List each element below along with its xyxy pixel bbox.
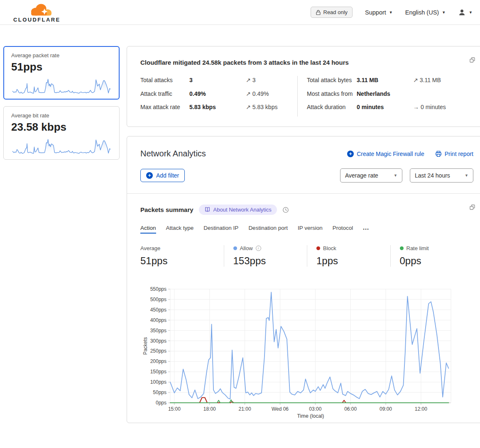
stat-attack-traffic: Attack traffic 0.49% ↗0.49% <box>140 90 297 99</box>
bit-rate-sparkline <box>11 137 112 155</box>
trend-up-icon: ↗ <box>246 104 251 110</box>
block-dot-icon <box>316 246 320 250</box>
stat-block: Block 1pps <box>307 245 390 267</box>
info-icon[interactable]: i <box>256 246 261 251</box>
chevron-down-icon: ▼ <box>469 10 473 15</box>
metric-label: Average bit rate <box>11 112 112 119</box>
svg-text:0pps: 0pps <box>156 400 167 406</box>
printer-icon <box>435 151 442 157</box>
top-nav: CLOUDFLARE Read only Support ▼ English (… <box>0 0 480 25</box>
tab-protocol[interactable]: Protocol <box>333 225 353 234</box>
network-analytics-card: Network Analytics + Create Magic Firewal… <box>127 136 480 423</box>
dimension-tabs: Action Attack type Destination IP Destin… <box>140 225 473 234</box>
svg-text:250pps: 250pps <box>150 348 167 354</box>
stat-total-attacks: Total attacks 3 ↗3 <box>140 76 297 85</box>
svg-text:450pps: 450pps <box>150 307 167 313</box>
add-filter-button[interactable]: + Add filter <box>140 169 185 182</box>
time-range-select[interactable]: Last 24 hours ▼ <box>410 168 473 183</box>
clock-icon[interactable] <box>282 207 289 213</box>
tab-action[interactable]: Action <box>140 225 156 234</box>
tab-destination-ip[interactable]: Destination IP <box>203 225 238 234</box>
packets-chart: 0pps50pps100pps150pps200pps250pps300pps3… <box>140 283 473 423</box>
network-analytics-title: Network Analytics <box>140 149 206 158</box>
cloudflare-dashboard: CLOUDFLARE Read only Support ▼ English (… <box>0 0 480 423</box>
packets-summary-section: Packets summary About Network Analytics <box>127 194 480 423</box>
stat-average: Average 51pps <box>140 245 224 267</box>
packet-rate-sparkline <box>11 77 112 95</box>
trend-up-icon: ↗ <box>413 77 418 83</box>
svg-text:300pps: 300pps <box>150 338 167 344</box>
stat-rate-limit: Rate limit 0pps <box>390 245 474 267</box>
svg-text:100pps: 100pps <box>150 379 167 385</box>
trend-up-icon: ↗ <box>246 77 251 83</box>
chevron-down-icon: ▼ <box>389 10 393 15</box>
tab-destination-port[interactable]: Destination port <box>248 225 288 234</box>
tab-ip-version[interactable]: IP version <box>298 225 323 234</box>
cloudflare-cloud-icon <box>27 3 54 17</box>
trend-up-icon: ↗ <box>246 90 251 97</box>
read-only-badge: Read only <box>311 7 353 18</box>
more-tabs-button[interactable]: ••• <box>363 227 369 231</box>
packets-summary-title: Packets summary <box>140 206 193 213</box>
svg-text:50pps: 50pps <box>153 390 167 395</box>
copy-icon[interactable] <box>469 56 476 63</box>
svg-text:18:00: 18:00 <box>203 406 216 412</box>
attack-summary-card: Cloudflare mitigated 24.58k packets from… <box>127 46 480 127</box>
chevron-down-icon: ▼ <box>394 173 397 178</box>
svg-text:03:00: 03:00 <box>309 406 321 412</box>
metric-label: Average packet rate <box>11 52 112 58</box>
cloudflare-logo[interactable]: CLOUDFLARE <box>7 2 58 23</box>
svg-text:15:00: 15:00 <box>168 406 181 412</box>
attack-summary-title: Cloudflare mitigated 24.58k packets from… <box>140 59 473 66</box>
svg-text:500pps: 500pps <box>150 297 167 302</box>
svg-text:12:00: 12:00 <box>415 406 427 412</box>
rate-limit-dot-icon <box>400 246 404 250</box>
avg-bit-rate-card[interactable]: Average bit rate 23.58 kbps <box>3 106 120 160</box>
about-network-analytics-pill[interactable]: About Network Analytics <box>199 205 277 215</box>
stat-attack-duration: Attack duration 0 minutes →0 minutes <box>307 103 473 112</box>
svg-text:150pps: 150pps <box>150 369 167 375</box>
allow-dot-icon <box>233 246 237 250</box>
svg-text:Time (local): Time (local) <box>297 413 324 419</box>
chevron-down-icon: ▼ <box>465 173 468 178</box>
metric-sidebar: Average packet rate 51pps Average bit ra… <box>3 46 120 423</box>
stat-max-attack-rate: Max attack rate 5.83 kbps ↗5.83 kbps <box>140 103 297 112</box>
svg-text:200pps: 200pps <box>150 358 167 364</box>
metric-value: 51pps <box>11 61 112 73</box>
lock-icon <box>316 10 321 15</box>
svg-text:Wed 06: Wed 06 <box>272 406 289 412</box>
stat-allow: Allow i 153pps <box>224 245 307 267</box>
read-only-label: Read only <box>323 9 348 15</box>
packets-stats-row: Average 51pps Allow i 153pps <box>140 245 473 267</box>
create-magic-firewall-rule-link[interactable]: + Create Magic Firewall rule <box>347 151 424 157</box>
trend-flat-icon: → <box>413 104 419 110</box>
plus-circle-icon: + <box>347 151 354 157</box>
chevron-down-icon: ▼ <box>442 10 446 15</box>
logo-wordmark: CLOUDFLARE <box>13 17 61 23</box>
copy-icon[interactable] <box>469 204 476 211</box>
stat-most-attacks-from: Most attacks from Netherlands <box>307 90 473 99</box>
svg-text:400pps: 400pps <box>150 317 167 323</box>
support-menu[interactable]: Support ▼ <box>365 9 393 16</box>
plus-circle-icon: + <box>146 172 153 179</box>
svg-text:550pps: 550pps <box>150 286 167 292</box>
svg-text:Packets: Packets <box>142 337 148 355</box>
book-icon <box>204 207 211 213</box>
svg-text:350pps: 350pps <box>150 328 167 334</box>
svg-text:21:00: 21:00 <box>239 406 251 412</box>
stat-total-attack-bytes: Total attack bytes 3.11 MB ↗3.11 MB <box>307 76 473 85</box>
print-report-link[interactable]: Print report <box>435 151 473 157</box>
avg-packet-rate-card[interactable]: Average packet rate 51pps <box>3 46 120 100</box>
divider <box>297 76 298 117</box>
packets-time-series-chart: 0pps50pps100pps150pps200pps250pps300pps3… <box>140 283 454 421</box>
svg-text:06:00: 06:00 <box>344 406 357 412</box>
user-icon <box>458 9 466 16</box>
metric-value: 23.58 kbps <box>11 121 112 134</box>
tab-attack-type[interactable]: Attack type <box>166 225 194 234</box>
svg-text:09:00: 09:00 <box>380 406 392 412</box>
metric-select[interactable]: Average rate ▼ <box>340 168 402 183</box>
user-menu[interactable]: ▼ <box>458 9 473 16</box>
language-menu[interactable]: English (US) ▼ <box>405 9 446 16</box>
